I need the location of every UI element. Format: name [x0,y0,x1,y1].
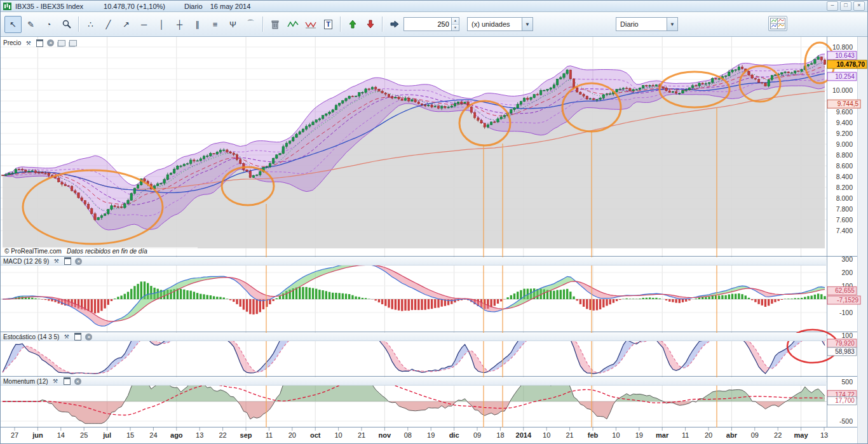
svg-text:9.000: 9.000 [836,140,853,148]
svg-text:8.600: 8.600 [836,162,853,170]
svg-text:500: 500 [841,378,853,386]
draw-pencil-tool[interactable]: ✎ [22,16,39,33]
trendline-tool[interactable]: ╱ [100,16,117,33]
svg-text:-500: -500 [839,417,853,425]
units-dropdown-arrow-icon[interactable] [522,18,532,30]
titlebar: IBX35 - IBEX35 Index 10.478,70 (+1,10%) … [1,1,867,12]
svg-text:21: 21 [566,431,573,439]
pattern-indicator-tool[interactable] [302,16,319,33]
svg-text:10.800: 10.800 [832,43,853,51]
svg-text:2014: 2014 [516,431,532,439]
momentum-settings-icon[interactable] [51,377,60,385]
toolbar-separator [262,17,263,32]
sell-arrow-tool[interactable] [362,16,379,33]
stochastic-settings-icon[interactable] [62,333,71,340]
timeframe-dropdown-arrow-icon[interactable] [667,18,677,30]
svg-text:abr: abr [726,431,738,439]
svg-text:11: 11 [682,431,689,439]
spinner-up-icon[interactable] [452,18,459,25]
macd-settings-icon[interactable] [52,257,60,265]
macd-window-icon[interactable] [64,257,72,265]
restore-window-button[interactable]: □ [840,1,851,11]
svg-text:19: 19 [635,431,643,439]
svg-text:20: 20 [288,431,296,439]
point-tool[interactable]: ∴ [82,16,99,33]
svg-text:10.643: 10.643 [835,52,855,59]
svg-text:100: 100 [841,332,853,339]
momentum-panel-label: Momentum (12) [3,378,48,385]
chart-layout-button[interactable] [768,16,787,31]
minimize-button[interactable]: – [827,1,838,11]
svg-text:19: 19 [427,431,435,439]
spinner-down-icon[interactable] [452,25,459,31]
svg-text:13: 13 [196,431,203,439]
svg-text:79,920: 79,920 [835,340,855,347]
close-window-button[interactable]: × [853,1,865,11]
zigzag-indicator-tool[interactable] [284,16,301,33]
delete-drawings-tool[interactable] [266,16,283,33]
momentum-window-icon[interactable] [63,377,71,385]
svg-text:feb: feb [588,431,599,439]
svg-text:7.600: 7.600 [836,216,853,224]
timeframe-dropdown[interactable]: Diario [616,17,678,31]
horizontal-line-tool[interactable]: ─ [135,16,153,33]
buy-arrow-tool[interactable] [344,16,361,33]
svg-text:8.800: 8.800 [836,151,853,159]
bars-count-input[interactable] [404,18,451,30]
svg-text:18: 18 [496,431,504,439]
svg-text:8.400: 8.400 [836,173,853,180]
svg-text:may: may [794,431,809,439]
svg-text:10.254: 10.254 [835,73,855,80]
alarm-tool[interactable]: ◔ [40,16,57,33]
stochastic-window-icon[interactable] [74,333,82,340]
stochastic-close-icon[interactable] [85,333,92,340]
svg-text:7.400: 7.400 [836,227,853,234]
svg-text:14: 14 [57,431,65,439]
prorealtime-window: IBX35 - IBEX35 Index 10.478,70 (+1,10%) … [0,0,868,444]
svg-text:24: 24 [149,431,157,439]
price-restore2-icon[interactable] [69,39,77,47]
price-window-icon[interactable] [36,39,44,47]
svg-text:jun: jun [32,431,43,439]
svg-text:22: 22 [219,431,226,439]
price-close-icon[interactable] [47,39,54,46]
svg-text:8.000: 8.000 [836,194,853,202]
price-panel-label: Precio [3,39,21,46]
macd-panel-header: MACD (12 26 9) [1,257,826,266]
price-restore-icon[interactable] [57,39,65,47]
text-tool[interactable]: T [320,16,337,33]
svg-text:13: 13 [820,431,828,439]
svg-text:-7,1529: -7,1529 [837,297,858,304]
momentum-close-icon[interactable] [74,378,81,385]
svg-text:jul: jul [102,431,111,439]
fibonacci-tool[interactable]: ≡ [207,16,224,33]
svg-text:10: 10 [334,431,342,439]
svg-text:8.200: 8.200 [836,184,853,191]
stochastic-panel-header: Estocástico (14 3 5) [1,333,826,341]
svg-text:08: 08 [404,431,412,439]
parallel-lines-tool[interactable]: ∥ [189,16,206,33]
ray-tool[interactable]: ↗ [118,16,135,33]
zoom-tool[interactable] [58,16,75,33]
units-dropdown-value: (x) unidades [468,20,522,28]
svg-text:200: 200 [841,269,853,276]
svg-text:22: 22 [774,431,782,439]
macd-panel-label: MACD (12 26 9) [3,258,49,265]
forward-step-tool[interactable] [386,16,403,33]
svg-text:sep: sep [240,431,252,439]
svg-text:17,700: 17,700 [835,397,855,404]
arc-tool[interactable]: ⌒ [242,16,259,33]
units-dropdown[interactable]: (x) unidades [467,17,533,31]
pitchfork-tool[interactable]: Ψ [224,16,241,33]
instrument-title: IBX35 - IBEX35 Index [15,3,83,10]
svg-text:20: 20 [705,431,712,439]
stochastic-panel-label: Estocástico (14 3 5) [3,333,59,340]
svg-text:10: 10 [543,431,550,439]
cursor-tool[interactable]: ↖ [4,16,22,33]
vertical-line-tool[interactable]: │ [153,16,170,33]
price-settings-icon[interactable] [24,39,32,47]
macd-close-icon[interactable] [75,258,82,265]
svg-text:09: 09 [473,431,481,439]
bars-count-spinner[interactable] [451,18,459,30]
cross-tool[interactable]: ┼ [171,16,188,33]
